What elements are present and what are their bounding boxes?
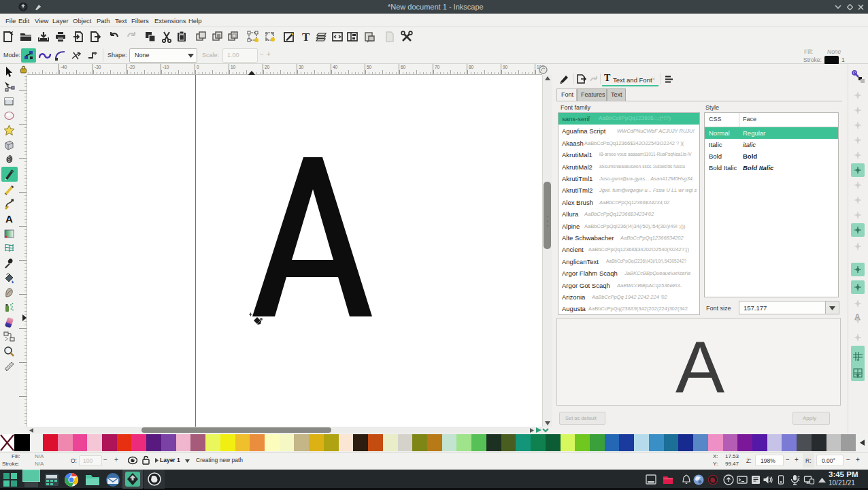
- svg-text:A: A: [5, 213, 13, 225]
- svg-text:A: A: [854, 312, 861, 321]
- svg-text:T: T: [302, 31, 310, 43]
